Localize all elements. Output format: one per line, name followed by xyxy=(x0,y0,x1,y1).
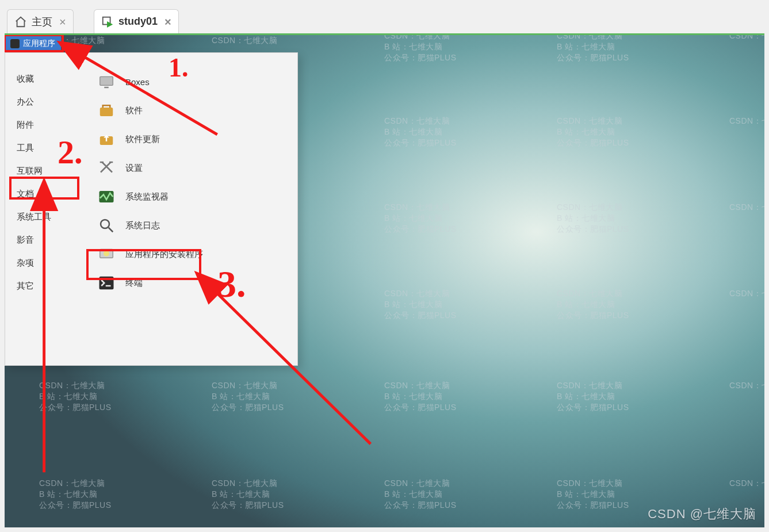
category-list: 收藏 办公 附件 工具 互联网 文档 系统工具 影音 杂项 其它 xyxy=(5,53,89,365)
app-label: 软件更新 xyxy=(125,134,160,145)
tab-study01-label: study01 xyxy=(118,16,158,28)
category-misc[interactable]: 杂项 xyxy=(17,251,89,274)
app-list: Boxes 软件 软件更新 设置 系统监视器 系统日志 xyxy=(89,53,297,365)
app-label: 系统监视器 xyxy=(125,192,169,202)
close-icon[interactable]: × xyxy=(164,16,171,28)
panel-menu-applications-label: 应用程序 xyxy=(23,39,55,49)
system-monitor-icon xyxy=(98,188,115,205)
app-installer[interactable]: 应用程序的安装程序 xyxy=(89,240,297,269)
category-accessories[interactable]: 附件 xyxy=(17,113,89,136)
applications-popup: 收藏 办公 附件 工具 互联网 文档 系统工具 影音 杂项 其它 Boxes 软… xyxy=(5,52,298,366)
tab-home[interactable]: 主页 × xyxy=(7,9,74,33)
panel-menu-applications[interactable]: 应用程序 xyxy=(5,35,61,52)
category-system-tools[interactable]: 系统工具 xyxy=(17,205,89,228)
app-label: 终端 xyxy=(125,278,143,289)
svg-point-8 xyxy=(101,220,109,228)
footer-attribution: CSDN @七维大脑 xyxy=(648,506,756,523)
svg-rect-1 xyxy=(100,76,113,85)
host-tab-bar: 主页 × study01 × xyxy=(5,3,764,33)
software-update-icon xyxy=(98,131,115,148)
boxes-icon xyxy=(98,73,115,90)
category-tools[interactable]: 工具 xyxy=(17,136,89,159)
app-software-update[interactable]: 软件更新 xyxy=(89,125,297,154)
app-label: 系统日志 xyxy=(125,220,160,231)
vm-run-icon xyxy=(101,16,114,28)
panel-menu-places-label: 位置 xyxy=(67,39,83,49)
gnome-top-panel: 应用程序 位置 xyxy=(5,35,764,52)
app-label: 软件 xyxy=(125,105,143,116)
app-boxes[interactable]: Boxes xyxy=(89,67,297,96)
category-other[interactable]: 其它 xyxy=(17,274,89,297)
logs-icon xyxy=(98,217,115,234)
category-internet[interactable]: 互联网 xyxy=(17,159,89,182)
category-multimedia[interactable]: 影音 xyxy=(17,228,89,251)
tab-home-label: 主页 xyxy=(32,15,52,29)
category-favorites[interactable]: 收藏 xyxy=(17,67,89,90)
svg-rect-5 xyxy=(100,162,104,163)
svg-point-10 xyxy=(104,251,109,257)
app-label: Boxes xyxy=(125,77,150,87)
svg-rect-11 xyxy=(100,277,114,290)
app-terminal[interactable]: 终端 xyxy=(89,269,297,297)
svg-rect-2 xyxy=(104,87,109,89)
app-label: 设置 xyxy=(125,163,143,174)
svg-rect-3 xyxy=(100,108,113,116)
home-icon xyxy=(14,16,27,28)
app-settings[interactable]: 设置 xyxy=(89,154,297,182)
terminal-icon xyxy=(98,274,115,292)
app-system-monitor[interactable]: 系统监视器 xyxy=(89,182,297,211)
vm-viewport: CSDN：七维大脑 CSDN：七维大脑 CSDN：七维大脑B 站：七维大脑公众号… xyxy=(5,33,764,527)
panel-menu-places[interactable]: 位置 xyxy=(61,35,89,52)
settings-icon xyxy=(98,159,115,177)
software-icon xyxy=(98,102,115,119)
category-documents[interactable]: 文档 xyxy=(17,182,89,205)
app-label: 应用程序的安装程序 xyxy=(125,249,203,260)
applications-icon xyxy=(10,39,20,48)
app-logs[interactable]: 系统日志 xyxy=(89,211,297,240)
tab-study01[interactable]: study01 × xyxy=(94,9,179,33)
installer-icon xyxy=(98,246,115,263)
svg-rect-6 xyxy=(109,162,113,163)
close-icon[interactable]: × xyxy=(59,16,66,28)
category-office[interactable]: 办公 xyxy=(17,90,89,113)
app-software[interactable]: 软件 xyxy=(89,96,297,125)
